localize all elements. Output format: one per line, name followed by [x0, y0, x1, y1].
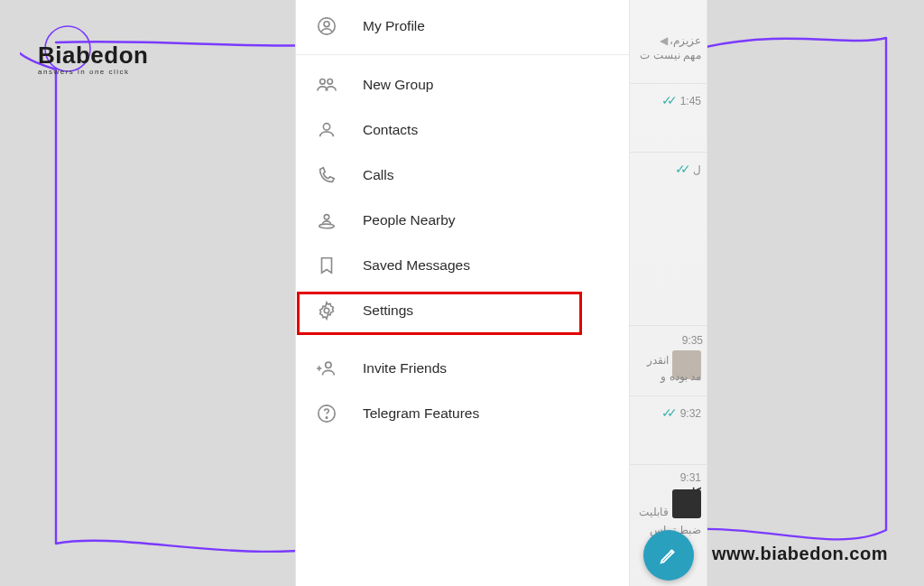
menu-label: Settings [363, 302, 413, 319]
invite-icon [316, 358, 337, 379]
contacts-icon [316, 119, 337, 141]
svg-point-5 [323, 124, 329, 130]
help-icon [316, 403, 337, 424]
chat-time: 1:45 [680, 95, 701, 107]
chat-background-strip: ◀ عزیزم، مهم نیست ت ✓✓ 1:45 ✓✓ ل 9:35 ان… [630, 0, 707, 586]
menu-item-new-group[interactable]: New Group [296, 62, 629, 107]
chat-time: 9:32 [680, 407, 701, 420]
menu-label: People Nearby [363, 212, 456, 228]
menu-label: Calls [363, 167, 393, 183]
menu-item-telegram-features[interactable]: Telegram Features [296, 391, 629, 436]
phone-icon [316, 164, 337, 186]
gear-icon [316, 300, 337, 321]
menu-item-people-nearby[interactable]: People Nearby [296, 198, 629, 243]
chat-time: 9:35 [682, 334, 703, 347]
menu-label: Contacts [363, 122, 418, 138]
menu-item-calls[interactable]: Calls [296, 153, 629, 198]
brand-name: Biabedon [38, 42, 148, 70]
drawer-menu: My Profile New Group Contacts [296, 0, 629, 436]
group-icon [316, 74, 337, 96]
svg-point-3 [320, 79, 326, 85]
menu-label: New Group [363, 77, 433, 93]
bookmark-icon [316, 255, 337, 276]
menu-item-contacts[interactable]: Contacts [296, 107, 629, 153]
nearby-icon [316, 209, 337, 231]
menu-item-settings[interactable]: Settings [296, 288, 629, 333]
menu-spacer [296, 333, 629, 346]
telegram-drawer: My Profile New Group Contacts [295, 0, 630, 586]
compose-fab[interactable] [643, 530, 694, 581]
svg-point-4 [328, 79, 333, 85]
chat-time: 9:31 [680, 471, 701, 484]
svg-point-8 [324, 308, 329, 313]
menu-label: Invite Friends [363, 360, 447, 377]
svg-point-11 [326, 417, 327, 418]
svg-point-9 [326, 362, 331, 367]
chat-avatar [672, 489, 701, 518]
chat-preview-text: عزیزم، [670, 34, 701, 47]
chat-preview-text: ل [693, 163, 701, 176]
svg-point-6 [324, 215, 329, 220]
menu-divider [296, 54, 629, 55]
read-ticks-icon: ✓✓ [661, 405, 672, 420]
read-ticks-icon: ✓✓ [661, 93, 672, 107]
read-ticks-icon: ✓✓ [675, 162, 686, 176]
chat-preview-text: مد بوده و [661, 370, 701, 383]
menu-label: My Profile [363, 18, 425, 34]
menu-item-saved-messages[interactable]: Saved Messages [296, 243, 629, 288]
pencil-icon [659, 545, 679, 565]
menu-item-my-profile[interactable]: My Profile [296, 4, 629, 49]
menu-label: Telegram Features [363, 405, 479, 422]
brand-url: www.biabedon.com [712, 544, 888, 564]
svg-point-2 [324, 22, 329, 27]
brand-logo: Biabedon answers in one click [38, 42, 148, 76]
svg-point-7 [319, 224, 335, 228]
profile-icon [316, 15, 337, 37]
menu-item-invite-friends[interactable]: Invite Friends [296, 346, 629, 391]
chat-preview-text: انقدر [647, 354, 669, 367]
chat-preview-text: مهم نیست ت [640, 49, 701, 61]
chat-preview-text: قابلیت [639, 506, 669, 518]
menu-label: Saved Messages [363, 257, 470, 274]
